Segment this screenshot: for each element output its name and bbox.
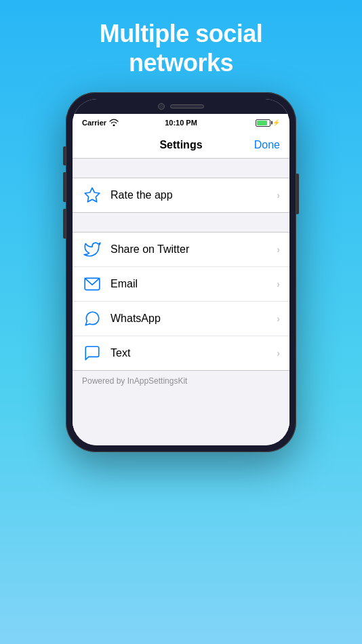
twitter-row[interactable]: Share on Twitter › (73, 233, 289, 267)
side-button-mute (63, 146, 66, 165)
whatsapp-chevron: › (277, 313, 280, 324)
twitter-label: Share on Twitter (110, 243, 277, 256)
bottom-spacer (73, 391, 289, 432)
settings-group-2: Share on Twitter › Email › (73, 232, 289, 371)
battery-icon (256, 119, 270, 127)
bolt-icon: ⚡ (273, 119, 280, 126)
text-chevron: › (277, 348, 280, 359)
star-icon (82, 185, 102, 205)
text-row[interactable]: Text › (73, 336, 289, 370)
page-header: Multiple social networks (73, 0, 290, 92)
battery-fill (257, 121, 267, 125)
done-button[interactable]: Done (254, 139, 280, 151)
phone-notch (73, 99, 289, 114)
rate-app-label: Rate the app (110, 189, 277, 201)
front-camera (158, 103, 165, 110)
twitter-chevron: › (277, 244, 280, 255)
email-label: Email (110, 278, 277, 290)
email-chevron: › (277, 279, 280, 289)
powered-by-footer: Powered by InAppSettingsKit (73, 371, 289, 391)
rate-app-row[interactable]: Rate the app › (73, 178, 289, 212)
email-icon (82, 274, 102, 294)
svg-marker-0 (85, 188, 100, 203)
side-button-power (296, 174, 299, 214)
section-gap-1 (73, 159, 289, 178)
header-line1: Multiple social (100, 20, 263, 47)
twitter-icon (82, 239, 102, 260)
nav-title: Settings (159, 139, 202, 151)
phone-speaker (170, 104, 204, 108)
text-label: Text (110, 347, 277, 359)
text-icon (82, 343, 102, 363)
status-bar: Carrier 10:10 PM ⚡ (73, 114, 289, 132)
status-time: 10:10 PM (165, 119, 197, 127)
wifi-icon (109, 119, 119, 127)
carrier-label: Carrier (82, 119, 106, 127)
section-gap-2 (73, 213, 289, 232)
powered-by-text: Powered by InAppSettingsKit (82, 376, 187, 386)
whatsapp-row[interactable]: WhatsApp › (73, 302, 289, 336)
header-line2: networks (129, 49, 233, 77)
side-button-volume-down (63, 209, 66, 239)
navigation-bar: Settings Done (73, 132, 289, 159)
status-left: Carrier (82, 119, 119, 127)
settings-group-1: Rate the app › (73, 178, 289, 213)
email-row[interactable]: Email › (73, 267, 289, 302)
rate-app-chevron: › (277, 190, 280, 201)
whatsapp-icon (82, 308, 102, 329)
status-right: ⚡ (256, 119, 280, 127)
settings-content: Rate the app › Share on Twitter › (73, 159, 289, 445)
phone-frame: Carrier 10:10 PM ⚡ Settings D (66, 92, 296, 452)
side-button-volume-up (63, 172, 66, 202)
whatsapp-label: WhatsApp (110, 313, 277, 325)
